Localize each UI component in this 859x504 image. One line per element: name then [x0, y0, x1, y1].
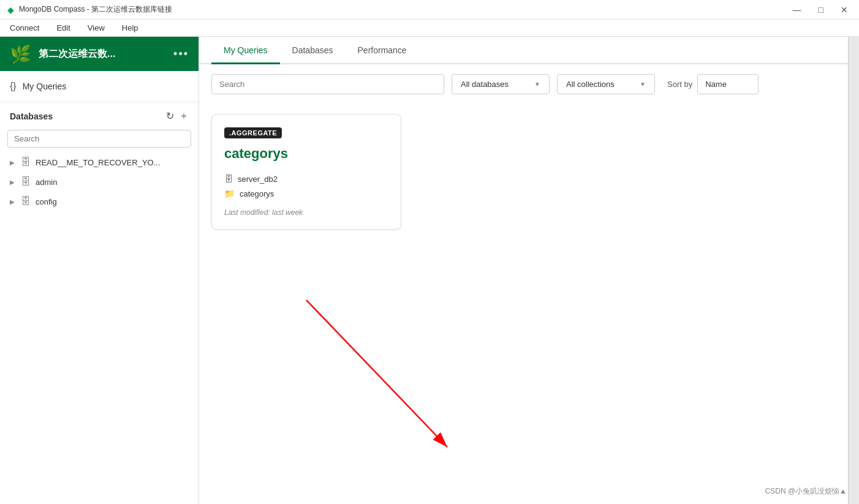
database-icon: 🗄	[21, 196, 31, 207]
minimize-button[interactable]: —	[789, 4, 805, 16]
query-card[interactable]: .AGGREGATE categorys 🗄 server_db2 📁 cate…	[211, 114, 401, 230]
add-database-button[interactable]: ＋	[179, 110, 189, 122]
close-button[interactable]: ✕	[837, 4, 852, 16]
all-databases-button[interactable]: All databases ▼	[452, 74, 550, 94]
maximize-button[interactable]: □	[815, 4, 827, 16]
cards-area: .AGGREGATE categorys 🗄 server_db2 📁 cate…	[199, 104, 848, 504]
chevron-icon: ▶	[10, 159, 16, 166]
all-collections-dropdown: All collections ▼	[557, 74, 655, 94]
titlebar-left: ◆ MongoDB Compass - 第二次运维云数据库链接	[7, 4, 172, 15]
sidebar-search-input[interactable]	[7, 130, 191, 148]
all-collections-button[interactable]: All collections ▼	[557, 74, 655, 94]
sort-value[interactable]: Name	[697, 74, 759, 94]
sidebar-databases-header: Databases ↻ ＋	[0, 105, 199, 127]
sidebar-actions: ↻ ＋	[166, 110, 189, 122]
content-area: My Queries Databases Performance All dat…	[199, 37, 848, 504]
tree-item-label: config	[36, 197, 57, 206]
chevron-down-icon: ▼	[534, 81, 540, 88]
tree-item-admin[interactable]: ▶ 🗄 admin	[0, 172, 199, 192]
card-last-modified: Last modified: last week	[224, 208, 388, 217]
database-icon: 🗄	[21, 157, 31, 168]
watermark: CSDN @小兔叽没烦恼▲	[765, 486, 847, 497]
card-collection-row: 📁 categorys	[224, 189, 388, 198]
sidebar-title-area: 🌿 第二次运维云数...	[10, 44, 115, 64]
menu-connect[interactable]: Connect	[7, 22, 42, 34]
card-db-row: 🗄 server_db2	[224, 174, 388, 184]
tree-item-config[interactable]: ▶ 🗄 config	[0, 192, 199, 211]
all-databases-label: All databases	[461, 80, 509, 89]
databases-label: Databases	[10, 111, 53, 121]
chevron-icon: ▶	[10, 198, 16, 205]
sidebar-nav: {} My Queries	[0, 71, 199, 102]
menu-view[interactable]: View	[85, 22, 107, 34]
sidebar-item-my-queries[interactable]: {} My Queries	[0, 76, 199, 97]
search-wrap	[211, 74, 444, 94]
card-collection-label: categorys	[240, 189, 274, 198]
sort-area: Sort by Name	[667, 74, 759, 94]
sort-by-label: Sort by	[667, 80, 692, 89]
sidebar-tree: ▶ 🗄 READ__ME_TO_RECOVER_YO... ▶ 🗄 admin …	[0, 152, 199, 504]
all-collections-label: All collections	[566, 80, 615, 89]
leaf-icon: 🌿	[10, 44, 31, 64]
sidebar: 🌿 第二次运维云数... ••• {} My Queries Databases…	[0, 37, 199, 504]
sidebar-search-box	[7, 130, 191, 148]
menubar: Connect Edit View Help	[0, 20, 859, 37]
chevron-down-icon: ▼	[640, 81, 646, 88]
search-input[interactable]	[211, 74, 444, 94]
tree-item-read-me[interactable]: ▶ 🗄 READ__ME_TO_RECOVER_YO...	[0, 152, 199, 172]
chevron-icon: ▶	[10, 179, 16, 186]
all-databases-dropdown: All databases ▼	[452, 74, 550, 94]
main-layout: 🌿 第二次运维云数... ••• {} My Queries Databases…	[0, 37, 859, 504]
tree-item-label: admin	[36, 178, 57, 187]
connection-title: 第二次运维云数...	[39, 48, 115, 61]
folder-icon: 📁	[224, 189, 235, 198]
more-options-button[interactable]: •••	[173, 48, 189, 61]
queries-icon: {}	[10, 81, 17, 92]
titlebar-title: MongoDB Compass - 第二次运维云数据库链接	[19, 4, 172, 15]
card-title: categorys	[224, 146, 388, 162]
tab-databases[interactable]: Databases	[280, 37, 346, 64]
refresh-databases-button[interactable]: ↻	[166, 110, 174, 122]
tab-performance[interactable]: Performance	[346, 37, 419, 64]
right-panel	[848, 37, 859, 504]
menu-edit[interactable]: Edit	[54, 22, 72, 34]
card-db-label: server_db2	[238, 175, 278, 184]
card-meta: 🗄 server_db2 📁 categorys	[224, 174, 388, 198]
mongodb-icon: ◆	[7, 5, 14, 15]
titlebar: ◆ MongoDB Compass - 第二次运维云数据库链接 — □ ✕	[0, 0, 859, 20]
card-badge: .AGGREGATE	[224, 127, 282, 138]
menu-help[interactable]: Help	[119, 22, 141, 34]
titlebar-controls: — □ ✕	[789, 4, 852, 16]
sidebar-header: 🌿 第二次运维云数... •••	[0, 37, 199, 71]
tab-my-queries[interactable]: My Queries	[211, 37, 280, 64]
database-icon: 🗄	[21, 176, 31, 187]
tree-item-label: READ__ME_TO_RECOVER_YO...	[36, 158, 161, 167]
database-icon: 🗄	[224, 174, 233, 184]
toolbar: All databases ▼ All collections ▼ Sort b…	[199, 64, 848, 104]
tabs-bar: My Queries Databases Performance	[199, 37, 848, 64]
sidebar-item-label: My Queries	[23, 81, 67, 91]
